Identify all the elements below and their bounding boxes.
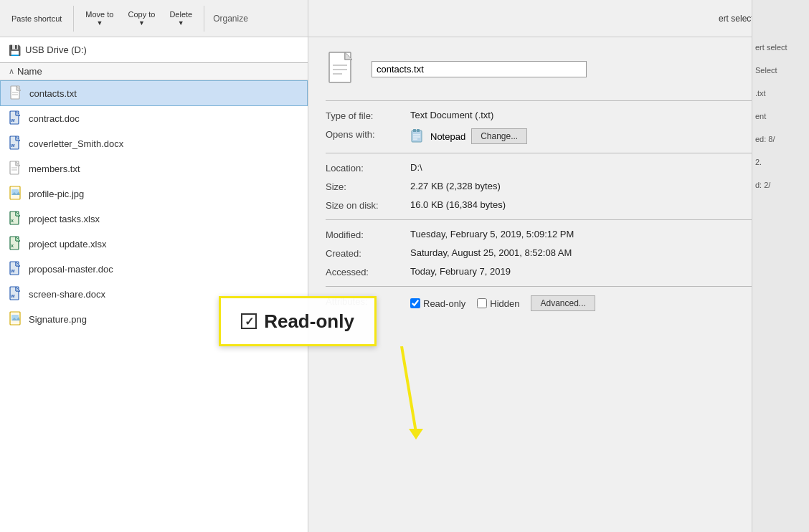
- accessed-value: Today, February 7, 2019: [410, 266, 792, 277]
- svg-marker-44: [409, 429, 423, 440]
- sort-icon: ∧: [9, 67, 14, 76]
- move-to-label: Move to: [85, 10, 113, 19]
- file-name: coverletter_Smith.docx: [29, 138, 123, 149]
- svg-rect-39: [417, 129, 420, 132]
- column-name-label: Name: [17, 66, 42, 77]
- paste-shortcut-button[interactable]: Paste shortcut: [6, 11, 67, 26]
- copy-to-label: Copy to: [128, 10, 155, 19]
- organize-label: Organize: [210, 14, 251, 24]
- prop-divider-4: [326, 286, 792, 287]
- size-value: 2.27 KB (2,328 bytes): [410, 181, 792, 191]
- type-row: Type of file: Text Document (.txt): [326, 110, 792, 121]
- right-hint-d2: d: 2/: [755, 181, 806, 189]
- file-list-header[interactable]: ∧ Name: [0, 63, 308, 80]
- file-icon-txt: [9, 160, 23, 177]
- accessed-row: Accessed: Today, February 7, 2019: [326, 266, 792, 277]
- right-hint-txt: .txt: [755, 89, 806, 98]
- svg-text:X: X: [11, 244, 14, 248]
- file-icon-doc: W: [9, 260, 23, 277]
- move-to-button[interactable]: Move to ▼: [80, 7, 119, 29]
- prop-header: [326, 49, 792, 89]
- properties-panel: ert select Select: [308, 0, 809, 532]
- attributes-value: Read-only Hidden Advanced...: [410, 295, 595, 311]
- svg-line-43: [402, 346, 416, 432]
- location-label: Location:: [326, 162, 404, 174]
- opens-with-app: Notepad: [430, 131, 465, 142]
- delete-label: Delete: [169, 10, 192, 19]
- file-icon-doc: W: [9, 110, 23, 127]
- right-hint-ent: ent: [755, 112, 806, 120]
- file-name: profile-pic.jpg: [29, 189, 84, 199]
- callout-box: ✓ Read-only: [219, 296, 377, 346]
- file-item[interactable]: Wproposal-master.doc: [0, 257, 308, 282]
- file-icon-docx: W: [9, 285, 23, 303]
- right-hint-select: ert select: [755, 43, 806, 52]
- toolbar: Paste shortcut Move to ▼ Copy to ▼ Delet…: [0, 0, 308, 37]
- opens-with-label: Opens with:: [326, 128, 404, 140]
- prop-divider-2: [326, 153, 792, 153]
- file-item[interactable]: contacts.txt: [0, 80, 308, 106]
- callout-arrow: [394, 346, 437, 440]
- delete-arrow-icon: ▼: [178, 19, 184, 27]
- file-icon-xlsx: X: [9, 235, 23, 252]
- readonly-label: Read-only: [423, 298, 465, 309]
- file-item[interactable]: Xproject update.xlsx: [0, 232, 308, 257]
- change-button[interactable]: Change...: [471, 128, 527, 144]
- file-icon-png: [9, 310, 23, 328]
- hidden-attribute[interactable]: Hidden: [477, 298, 519, 309]
- created-label: Created:: [326, 247, 404, 259]
- svg-text:W: W: [11, 294, 15, 298]
- file-icon-jpg: [9, 185, 23, 202]
- location-value: D:\: [410, 162, 792, 173]
- drive-icon: 💾: [9, 44, 21, 56]
- right-hint-select2: Select: [755, 66, 806, 75]
- delete-button[interactable]: Delete ▼: [164, 7, 198, 29]
- type-label: Type of file:: [326, 110, 404, 121]
- size-on-disk-row: Size on disk: 16.0 KB (16,384 bytes): [326, 199, 792, 211]
- file-item[interactable]: Wcoverletter_Smith.docx: [0, 131, 308, 156]
- attributes-row: Attributes: Read-only Hidden Advanced...: [326, 295, 792, 311]
- svg-text:W: W: [11, 269, 15, 273]
- file-item[interactable]: Xproject tasks.xlsx: [0, 206, 308, 232]
- opens-with-row: Opens with: Notepad: [326, 128, 792, 144]
- readonly-checkbox[interactable]: [410, 298, 420, 308]
- svg-text:X: X: [11, 219, 14, 223]
- hidden-checkbox[interactable]: [477, 298, 487, 308]
- opens-with-value: Notepad Change...: [410, 128, 792, 144]
- size-label: Size:: [326, 181, 404, 192]
- svg-text:W: W: [11, 143, 15, 148]
- move-to-arrow-icon: ▼: [96, 19, 103, 27]
- toolbar-separator-1: [73, 6, 74, 32]
- modified-label: Modified:: [326, 229, 404, 240]
- right-hint-2: 2.: [755, 158, 806, 166]
- readonly-attribute[interactable]: Read-only: [410, 298, 465, 309]
- file-list-items: contacts.txtWcontract.docWcoverletter_Sm…: [0, 80, 308, 332]
- toolbar-separator-2: [204, 6, 204, 32]
- advanced-button[interactable]: Advanced...: [531, 295, 595, 311]
- callout-check-icon: ✓: [245, 315, 254, 328]
- file-name: Signature.png: [29, 314, 87, 325]
- size-on-disk-value: 16.0 KB (16,384 bytes): [410, 199, 792, 210]
- filename-input[interactable]: [372, 61, 587, 77]
- address-bar: 💾 USB Drive (D:): [0, 37, 308, 63]
- prop-divider-3: [326, 219, 792, 220]
- size-on-disk-label: Size on disk:: [326, 199, 404, 211]
- right-hint-8: ed: 8/: [755, 135, 806, 143]
- file-name: screen-share.docx: [29, 289, 105, 300]
- file-item[interactable]: profile-pic.jpg: [0, 181, 308, 206]
- file-item[interactable]: Wcontract.doc: [0, 106, 308, 131]
- svg-rect-37: [412, 130, 422, 142]
- copy-to-button[interactable]: Copy to ▼: [122, 7, 161, 29]
- callout-checkbox-icon: ✓: [241, 313, 257, 329]
- file-item[interactable]: members.txt: [0, 156, 308, 181]
- properties-content: Type of file: Text Document (.txt) Opens…: [308, 37, 809, 532]
- file-icon-xlsx: X: [9, 210, 23, 227]
- right-top-bar: ert select Select: [308, 0, 809, 37]
- copy-to-arrow-icon: ▼: [138, 19, 145, 27]
- file-name: project update.xlsx: [29, 239, 106, 250]
- address-bar-path: USB Drive (D:): [25, 44, 87, 55]
- hidden-label: Hidden: [490, 298, 519, 309]
- modified-value: Tuesday, February 5, 2019, 5:09:12 PM: [410, 229, 792, 239]
- size-row: Size: 2.27 KB (2,328 bytes): [326, 181, 792, 192]
- prop-file-icon: [326, 49, 360, 89]
